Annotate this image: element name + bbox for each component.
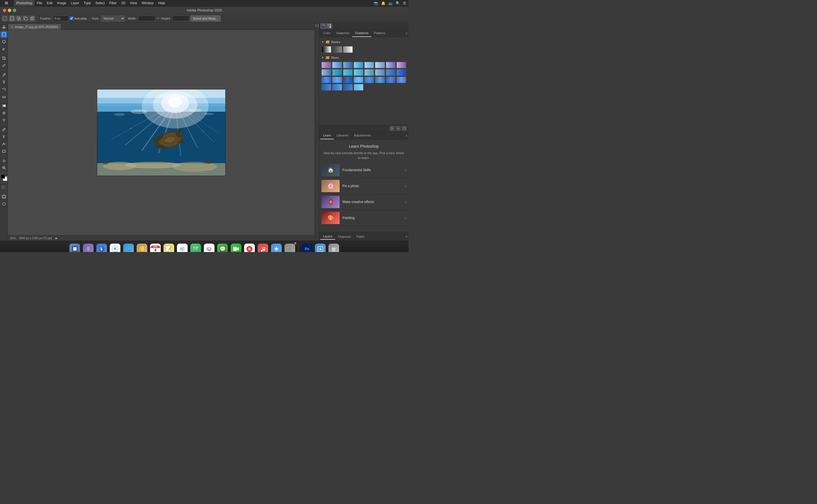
path-selection-tool[interactable] [1,141,7,147]
gradient-new-btn[interactable] [396,126,401,131]
gradient-blues-r2-6[interactable] [375,77,385,83]
rectangle-shape-tool[interactable] [1,148,7,155]
tutorial-painting[interactable]: 🎨 Painting › [319,210,408,226]
gradient-blues-15[interactable] [386,69,396,76]
navigate-forward[interactable]: ▶ [55,237,58,240]
history-brush-tool[interactable] [1,86,7,93]
gradient-basics-1[interactable] [321,46,331,53]
paths-tab[interactable]: Paths [354,234,367,239]
photoshop-menu[interactable]: Photoshop [14,0,34,6]
gradient-blues-r2-4[interactable] [354,77,363,83]
color-swatches[interactable] [1,174,7,181]
quick-selection-tool[interactable] [1,46,7,52]
crop-tool[interactable] [1,55,7,62]
gradient-blues-2[interactable] [332,62,342,69]
zoom-tool[interactable] [1,164,7,171]
dock-music[interactable] [257,243,269,252]
edit-menu[interactable]: Edit [44,0,55,6]
gradient-blues-1[interactable] [321,62,331,69]
gradient-blues-12[interactable] [354,69,363,76]
patterns-tab[interactable]: Patterns [371,30,388,37]
swap-dimensions-btn[interactable]: ⇌ [157,17,159,20]
dock-news[interactable]: N [243,243,256,252]
clone-stamp-tool[interactable] [1,79,7,85]
gradient-blues-r3-1[interactable] [321,84,331,91]
rectangular-marquee-tool[interactable] [1,31,7,38]
pen-tool[interactable] [1,126,7,133]
select-menu[interactable]: Select [93,0,107,6]
help-menu[interactable]: Help [156,0,167,6]
layer-menu[interactable]: Layer [69,0,81,6]
tutorial-creative-effects[interactable]: 🏮 Make creative effects › [319,194,408,210]
gradient-blues-r2-2[interactable] [332,77,342,83]
dock-notes[interactable]: 📝 [163,243,175,252]
document-tab[interactable]: ✕ Image_27.jpg @ 50% (RGB/8#) [8,23,61,30]
window-menu[interactable]: Window [139,0,156,6]
gradients-tab[interactable]: Gradients [352,30,371,37]
image-menu[interactable]: Image [55,0,68,6]
gradient-blues-14[interactable] [375,69,385,76]
gradient-blues-r3-4[interactable] [354,84,363,91]
dodge-tool[interactable] [1,117,7,124]
color-tab[interactable]: Color [320,30,333,37]
blues-group-header[interactable]: ▼ Blues [321,55,406,60]
intersect-selection-btn[interactable] [29,15,35,22]
minimize-button[interactable] [8,9,11,12]
gradient-new-group-btn[interactable] [389,126,395,131]
brush-tool[interactable] [1,71,7,78]
gradient-blues-r2-1[interactable] [321,77,331,83]
dock-siri[interactable]: 🎙 [82,243,94,252]
subtract-selection-btn[interactable] [22,15,29,22]
tutorial-fundamental[interactable]: 🏠 Fundamental Skills › [319,162,408,178]
add-selection-btn[interactable] [16,15,22,22]
gradient-blues-r2-7[interactable] [386,77,396,83]
gradient-blues-r3-2[interactable] [332,84,342,91]
tutorial-fix-photo[interactable]: 🌸 Fix a photo › [319,178,408,194]
dock-photos[interactable] [203,243,215,252]
gradient-blues-9[interactable] [321,69,331,76]
tab-close-btn[interactable]: ✕ [11,25,13,28]
gradient-blues-8[interactable] [396,62,406,69]
3d-menu[interactable]: 3D [119,0,128,6]
view-menu[interactable]: View [128,0,139,6]
gradient-blues-3[interactable] [343,62,353,69]
layers-tab[interactable]: Layers [320,234,335,240]
dock-appstore[interactable] [270,243,283,252]
dock-facetime[interactable] [230,243,242,252]
canvas-wrapper[interactable] [8,30,315,235]
gradient-blues-r2-8[interactable] [396,77,406,83]
dock-preferences[interactable]: 1 [284,243,296,252]
eraser-tool[interactable] [1,93,7,100]
panel-collapse-btn[interactable]: ❮❮ [315,23,319,241]
gradient-blues-4[interactable] [354,62,363,69]
anti-alias-checkbox-wrap[interactable]: Anti-alias [70,17,87,20]
style-select[interactable]: Normal Fixed Ratio Fixed Size [101,15,125,22]
apple-menu[interactable]: ⌘ [2,0,11,6]
gradient-delete-btn[interactable] [402,126,407,131]
panel-icon-btn-1[interactable] [320,23,326,29]
rotate-view-btn[interactable] [1,201,7,207]
select-and-mask-button[interactable]: Select and Mask... [190,15,221,22]
dock-trash[interactable] [328,243,340,252]
filter-menu[interactable]: Filter [107,0,119,6]
screen-mode-btn[interactable] [1,193,7,200]
height-input[interactable] [172,16,189,21]
gradient-blues-11[interactable] [343,69,353,76]
panel-icon-btn-2[interactable] [327,23,332,29]
channels-tab[interactable]: Channels [335,234,354,239]
gradient-blues-13[interactable] [364,69,374,76]
gradient-blues-5[interactable] [364,62,374,69]
blur-tool[interactable] [1,110,7,116]
hand-tool[interactable] [1,157,7,164]
gradient-blues-r2-3[interactable] [343,77,353,83]
anti-alias-checkbox[interactable] [70,17,73,20]
close-button[interactable] [3,9,6,12]
learn-tab[interactable]: Learn [320,132,334,139]
dock-calendar[interactable]: NOV 4 [149,243,161,252]
dock-safari[interactable] [109,243,121,252]
type-menu[interactable]: Type [81,0,93,6]
gradient-blues-16[interactable] [396,69,406,76]
width-input[interactable] [138,16,155,21]
gradient-tool[interactable] [1,102,7,109]
dock-finder[interactable]: 🔲 [69,243,81,252]
